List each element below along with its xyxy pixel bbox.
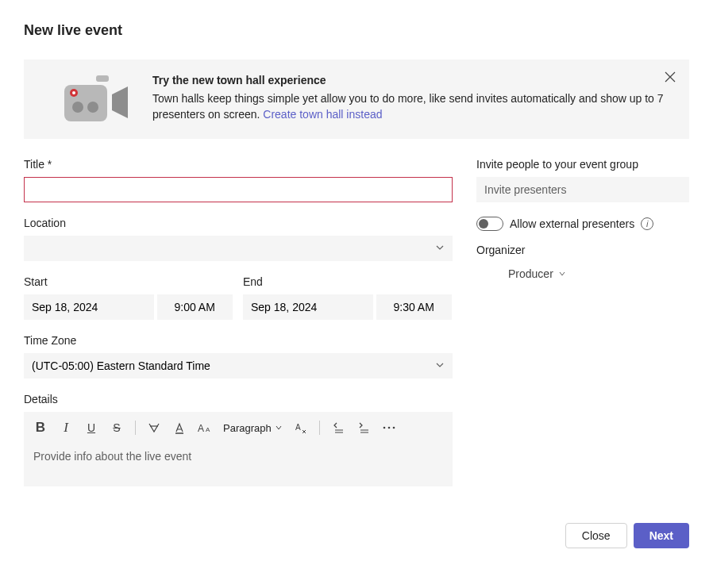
svg-point-18 xyxy=(392,427,395,429)
italic-button[interactable]: I xyxy=(59,421,73,435)
start-time-input[interactable] xyxy=(157,294,233,320)
allow-external-toggle[interactable] xyxy=(476,217,503,231)
banner-description: Town halls keep things simple yet allow … xyxy=(152,91,672,122)
svg-text:A: A xyxy=(206,426,210,433)
details-editor[interactable]: Provide info about the live event xyxy=(24,444,453,486)
svg-point-3 xyxy=(72,91,75,94)
info-icon[interactable]: i xyxy=(641,217,653,230)
location-input[interactable] xyxy=(24,236,453,261)
camera-icon xyxy=(41,74,152,123)
font-color-button[interactable] xyxy=(172,421,187,435)
font-size-button[interactable]: AA xyxy=(198,421,212,435)
create-townhall-link[interactable]: Create town hall instead xyxy=(263,108,382,121)
title-label: Title * xyxy=(24,158,453,171)
clear-formatting-button[interactable]: A xyxy=(294,421,308,435)
location-label: Location xyxy=(24,217,453,229)
bold-button[interactable]: B xyxy=(33,421,48,435)
organizer-label: Organizer xyxy=(476,244,689,256)
start-date-input[interactable] xyxy=(24,294,154,320)
close-icon[interactable] xyxy=(662,69,678,85)
end-label: End xyxy=(243,275,453,288)
underline-button[interactable]: U xyxy=(84,421,98,435)
allow-external-label: Allow external presenters xyxy=(510,217,634,230)
title-input[interactable] xyxy=(24,177,453,202)
svg-text:A: A xyxy=(295,423,301,432)
banner-title: Try the new town hall experience xyxy=(152,74,672,86)
highlight-button[interactable] xyxy=(147,421,161,435)
svg-text:A: A xyxy=(198,423,204,434)
organizer-role-select[interactable]: Producer xyxy=(508,267,689,280)
indent-decrease-button[interactable] xyxy=(331,421,345,435)
page-title: New live event xyxy=(24,22,689,39)
invite-presenters-input[interactable] xyxy=(476,177,689,202)
timezone-label: Time Zone xyxy=(24,334,453,347)
close-button[interactable]: Close xyxy=(565,523,627,548)
svg-point-5 xyxy=(87,102,98,113)
strikethrough-button[interactable]: S xyxy=(110,421,124,435)
separator xyxy=(319,421,320,435)
details-label: Details xyxy=(24,393,453,405)
end-time-input[interactable] xyxy=(376,294,452,320)
svg-point-16 xyxy=(383,427,385,429)
svg-rect-1 xyxy=(96,75,109,82)
separator xyxy=(135,421,136,435)
paragraph-select[interactable]: Paragraph xyxy=(223,422,283,434)
svg-marker-6 xyxy=(112,86,128,118)
start-label: Start xyxy=(24,275,233,288)
details-toolbar: B I U S AA Paragraph A xyxy=(24,412,453,444)
indent-increase-button[interactable] xyxy=(356,421,371,435)
svg-point-17 xyxy=(387,427,390,429)
svg-point-4 xyxy=(72,102,83,113)
timezone-select[interactable] xyxy=(24,353,453,379)
townhall-banner: Try the new town hall experience Town ha… xyxy=(24,60,689,139)
next-button[interactable]: Next xyxy=(634,523,689,548)
end-date-input[interactable] xyxy=(243,294,373,320)
more-options-button[interactable] xyxy=(382,421,396,435)
dialog-footer: Close Next xyxy=(24,523,689,548)
invite-label: Invite people to your event group xyxy=(476,158,689,171)
